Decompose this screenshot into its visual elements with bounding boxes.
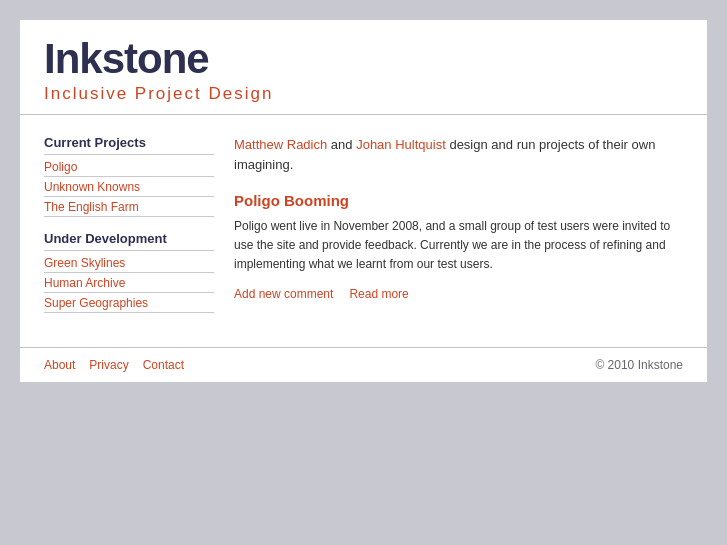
human-archive-link[interactable]: Human Archive — [44, 276, 125, 290]
list-item: Human Archive — [44, 273, 214, 293]
main-content: Current Projects Poligo Unknown Knowns T… — [20, 115, 707, 347]
article-actions: Add new comment Read more — [234, 287, 683, 301]
english-farm-link[interactable]: The English Farm — [44, 200, 139, 214]
site-title: Inkstone — [44, 38, 683, 80]
article-title: Poligo Booming — [234, 192, 683, 209]
list-item: Unknown Knowns — [44, 177, 214, 197]
site-footer: About Privacy Contact © 2010 Inkstone — [20, 347, 707, 382]
under-development-heading: Under Development — [44, 231, 214, 246]
green-skylines-link[interactable]: Green Skylines — [44, 256, 125, 270]
poligo-link[interactable]: Poligo — [44, 160, 77, 174]
site-header: Inkstone Inclusive Project Design — [20, 20, 707, 115]
list-item: Green Skylines — [44, 253, 214, 273]
list-item: Super Geographies — [44, 293, 214, 313]
author2-link[interactable]: Johan Hultquist — [356, 137, 446, 152]
copyright-text: © 2010 Inkstone — [595, 358, 683, 372]
under-development-list: Green Skylines Human Archive Super Geogr… — [44, 250, 214, 313]
intro-paragraph: Matthew Radich and Johan Hultquist desig… — [234, 135, 683, 174]
sidebar: Current Projects Poligo Unknown Knowns T… — [44, 135, 214, 327]
site-tagline: Inclusive Project Design — [44, 84, 683, 104]
current-projects-heading: Current Projects — [44, 135, 214, 150]
super-geographies-link[interactable]: Super Geographies — [44, 296, 148, 310]
contact-link[interactable]: Contact — [143, 358, 184, 372]
article-body: Poligo went live in November 2008, and a… — [234, 217, 683, 275]
content-area: Matthew Radich and Johan Hultquist desig… — [234, 135, 683, 327]
add-comment-link[interactable]: Add new comment — [234, 287, 333, 301]
current-projects-list: Poligo Unknown Knowns The English Farm — [44, 154, 214, 217]
author1-link[interactable]: Matthew Radich — [234, 137, 327, 152]
footer-nav: About Privacy Contact — [44, 358, 184, 372]
unknown-knowns-link[interactable]: Unknown Knowns — [44, 180, 140, 194]
read-more-link[interactable]: Read more — [349, 287, 408, 301]
privacy-link[interactable]: Privacy — [89, 358, 128, 372]
list-item: The English Farm — [44, 197, 214, 217]
intro-and: and — [331, 137, 356, 152]
page-wrapper: Inkstone Inclusive Project Design Curren… — [20, 20, 707, 382]
about-link[interactable]: About — [44, 358, 75, 372]
list-item: Poligo — [44, 157, 214, 177]
